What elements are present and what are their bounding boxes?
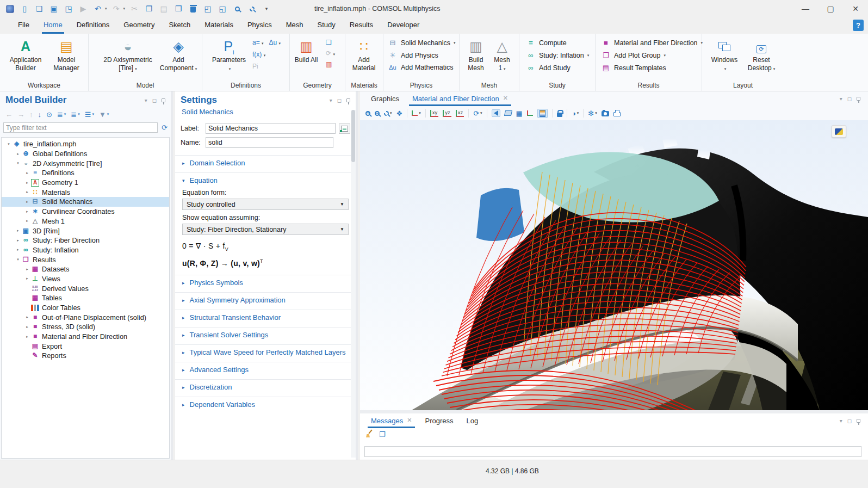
help-button[interactable]: ?	[853, 20, 864, 31]
expand-arrow-icon[interactable]: ▸	[23, 315, 31, 319]
nonlocal-couplings-button[interactable]: Δu ▾	[269, 39, 281, 46]
settings-section-structural-transient-behavior[interactable]: ▸Structural Transient Behavior	[175, 310, 356, 325]
variables-button[interactable]: a= ▾	[252, 39, 264, 46]
settings-section-advanced-settings[interactable]: ▸Advanced Settings	[175, 362, 356, 377]
tab-messages[interactable]: Messages✕	[371, 413, 412, 428]
expand-arrow-icon[interactable]: ▸	[14, 152, 22, 156]
tree-item-results[interactable]: ▾❒Results	[2, 255, 169, 264]
label-field-input[interactable]	[206, 123, 336, 134]
cut-icon[interactable]: ✂	[129, 3, 140, 15]
maximize-button[interactable]: ▢	[818, 0, 843, 17]
mesh-1-button[interactable]: △ Mesh 1▾	[490, 38, 514, 72]
grid-icon[interactable]: ▦	[516, 109, 523, 118]
move-up-icon[interactable]: ↑	[29, 110, 33, 119]
view-lock-icon[interactable]	[557, 110, 562, 117]
transparency-icon[interactable]	[505, 110, 512, 116]
view-yz-icon[interactable]: yz	[443, 110, 451, 117]
panel-pin-icon[interactable]	[857, 419, 860, 423]
settings-section-dependent-variables[interactable]: ▸Dependent Variables	[175, 397, 356, 412]
tree-item-study-inflation[interactable]: ▸∞Study: Inflation	[2, 245, 169, 255]
tree-item-geometry-1[interactable]: ▸AGeometry 1	[2, 178, 169, 188]
messages-output[interactable]	[364, 446, 861, 457]
tree-item-color-tables[interactable]: Color Tables	[2, 303, 169, 313]
delete-icon[interactable]	[188, 3, 199, 15]
tree-item-global-definitions[interactable]: ▸⊕Global Definitions	[2, 149, 169, 159]
tree-item-solid-mechanics[interactable]: ▸⊟Solid Mechanics	[2, 197, 169, 207]
undo-caret-icon[interactable]: ▾	[105, 7, 107, 11]
add-physics-button[interactable]: ✳Add Physics	[388, 51, 456, 59]
equation-form-dropdown[interactable]: Study controlled▼	[182, 199, 349, 210]
import-geometry-icon[interactable]: ❏	[326, 39, 335, 46]
run-icon[interactable]: ▶	[78, 3, 89, 15]
panel-float-icon[interactable]: ◻	[847, 96, 852, 102]
panel-float-icon[interactable]: ◻	[847, 418, 852, 424]
tree-item-reports[interactable]: ✎Reports	[2, 351, 169, 361]
tree-item-tables[interactable]: ▦Tables	[2, 293, 169, 303]
collapse-all-icon[interactable]: ≣▾	[71, 110, 79, 119]
tree-item-views[interactable]: ▸⊥Views	[2, 274, 169, 284]
undo-icon[interactable]: ↶	[92, 3, 103, 15]
compute-button[interactable]: =Compute	[526, 39, 589, 47]
add-mathematics-button[interactable]: ΔuAdd Mathematics	[388, 64, 456, 71]
work-plane-icon[interactable]: ▥	[326, 60, 335, 68]
refresh-filter-icon[interactable]: ⟳	[162, 123, 168, 132]
settings-section-typical-wave-speed-for-perfectly-matched-layers[interactable]: ▸Typical Wave Speed for Perfectly Matche…	[175, 344, 356, 360]
color-theme-icon[interactable]: ◑▾	[572, 109, 579, 118]
zoom-in-icon[interactable]: +	[365, 111, 370, 116]
menu-tab-study[interactable]: Study	[311, 17, 343, 34]
view-xz-icon[interactable]: xz	[456, 110, 464, 117]
expand-arrow-icon[interactable]: ▸	[23, 325, 31, 329]
add-material-button[interactable]: ∷ Add Material	[346, 38, 381, 72]
clear-messages-icon[interactable]	[365, 430, 373, 439]
panel-pin-icon[interactable]	[346, 98, 350, 102]
move-down-icon[interactable]: ↓	[38, 110, 42, 119]
expand-arrow-icon[interactable]: ▸	[23, 276, 31, 281]
settings-section-transient-solver-settings[interactable]: ▸Transient Solver Settings	[175, 327, 356, 342]
application-builder-button[interactable]: A Application Builder	[5, 38, 46, 72]
collapse-arrow-icon[interactable]: ▾	[5, 142, 13, 146]
functions-button[interactable]: f(x) ▾	[252, 51, 265, 58]
expand-arrow-icon[interactable]: ▸	[23, 200, 31, 204]
find-icon[interactable]	[232, 3, 243, 15]
expand-arrow-icon[interactable]: ▸	[23, 335, 31, 339]
material-fiber-direction-button[interactable]: ■Material and Fiber Direction▾	[601, 39, 703, 47]
print-icon[interactable]	[613, 110, 621, 116]
zoom-extents-icon[interactable]: ❖	[396, 109, 403, 118]
axis-orientation-icon[interactable]	[527, 110, 533, 116]
settings-scrollbar[interactable]	[351, 110, 356, 458]
menu-tab-materials[interactable]: Materials	[197, 17, 240, 34]
menu-tab-definitions[interactable]: Definitions	[70, 17, 117, 34]
tab-close-icon[interactable]: ✕	[503, 95, 508, 106]
collapse-arrow-icon[interactable]: ▾	[14, 257, 22, 262]
tree-item-curvilinear-coordinates[interactable]: ▸∗Curvilinear Coordinates	[2, 207, 169, 217]
filter-icon[interactable]: ▼▾	[99, 110, 109, 119]
tree-node-text-icon[interactable]: ☰▾	[85, 110, 94, 119]
update-geometry-icon[interactable]: ⟳ ▾	[326, 50, 335, 57]
tree-item-3d-rim[interactable]: ▸▣3D [Rim]	[2, 226, 169, 236]
view-xy-icon[interactable]: xy	[430, 110, 439, 117]
close-button[interactable]: ✕	[843, 0, 868, 17]
show-equation-dropdown[interactable]: Study: Fiber Direction, Stationary▼	[182, 224, 349, 235]
panel-menu-icon[interactable]: ▾	[330, 97, 332, 103]
expand-arrow-icon[interactable]: ▸	[14, 238, 22, 243]
tree-item-definitions[interactable]: ▸≡Definitions	[2, 168, 169, 178]
graphics-canvas[interactable]	[360, 120, 868, 410]
reset-desktop-button[interactable]: ⟳ Reset Desktop▾	[745, 38, 778, 72]
save-icon[interactable]: ▣	[48, 3, 59, 15]
save-as-icon[interactable]: ◳	[63, 3, 74, 15]
zoom-out-icon[interactable]: −	[375, 111, 380, 116]
menu-tab-sketch[interactable]: Sketch	[162, 17, 197, 34]
menu-tab-results[interactable]: Results	[343, 17, 380, 34]
expand-all-icon[interactable]: ≣▾	[57, 110, 66, 119]
expand-arrow-icon[interactable]: ▸	[23, 219, 31, 223]
menu-tab-home[interactable]: Home	[36, 17, 70, 34]
parameters-button[interactable]: Pi Parameters▾	[210, 38, 248, 72]
study-inflation-button[interactable]: ∞Study: Inflation▾	[526, 51, 589, 59]
tree-item-2d-axisymmetric-tire[interactable]: ▾◒2D Axisymmetric [Tire]	[2, 158, 169, 168]
model-manager-button[interactable]: ▤ Model Manager	[48, 38, 85, 72]
expand-arrow-icon[interactable]: ▸	[14, 248, 22, 252]
back-icon[interactable]: ←	[5, 110, 13, 119]
expand-arrow-icon[interactable]: ▸	[23, 171, 31, 175]
toolbar-overflow-chevron-icon[interactable]: ▾	[261, 3, 272, 15]
tree-item-mesh-1[interactable]: ▸△Mesh 1	[2, 217, 169, 226]
